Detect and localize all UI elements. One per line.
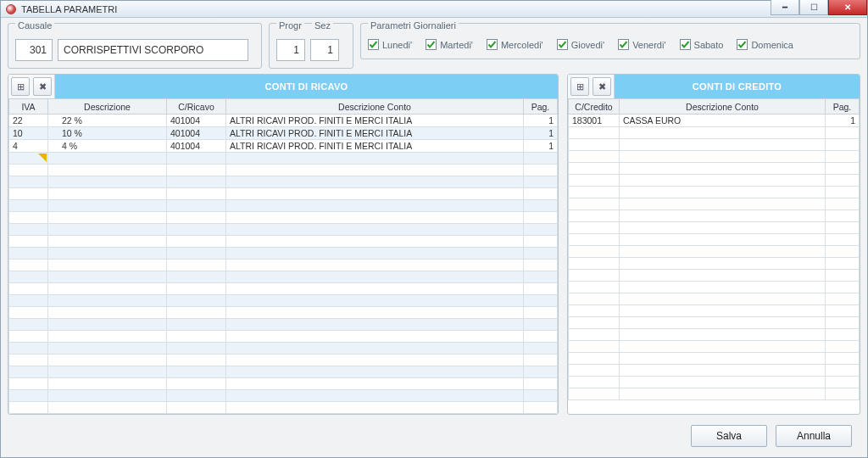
table-row[interactable] bbox=[569, 187, 860, 198]
day-label: Mercoledi' bbox=[501, 40, 543, 50]
table-row[interactable] bbox=[569, 270, 860, 282]
table-row[interactable] bbox=[9, 319, 558, 331]
day-checkbox-1[interactable]: Martedi' bbox=[426, 39, 473, 50]
causale-group: Causale bbox=[8, 23, 262, 69]
day-checkbox-3[interactable]: Giovedi' bbox=[557, 39, 604, 50]
credito-head: ⊞ ✖ CONTI DI CREDITO bbox=[568, 75, 860, 98]
day-label: Domenica bbox=[751, 40, 793, 50]
day-label: Lunedi' bbox=[382, 40, 412, 50]
table-row[interactable] bbox=[9, 236, 558, 248]
titlebar: TABELLA PARAMETRI ━ ☐ ✕ bbox=[1, 1, 867, 18]
credito-delete-button[interactable]: ✖ bbox=[593, 77, 611, 96]
table-row[interactable] bbox=[569, 388, 860, 400]
table-row[interactable] bbox=[9, 402, 558, 414]
ricavo-new-button[interactable]: ⊞ bbox=[11, 77, 30, 96]
col-ccredito[interactable]: C/Credito bbox=[569, 99, 620, 114]
table-row[interactable] bbox=[569, 127, 860, 139]
table-row[interactable] bbox=[9, 188, 558, 200]
col-dconto2[interactable]: Descrizione Conto bbox=[620, 99, 826, 114]
ricavo-delete-button[interactable]: ✖ bbox=[33, 77, 52, 96]
causale-code-input[interactable] bbox=[15, 39, 53, 61]
col-pag[interactable]: Pag. bbox=[524, 99, 558, 114]
table-row[interactable] bbox=[9, 366, 558, 378]
table-row[interactable] bbox=[9, 224, 558, 236]
table-row[interactable] bbox=[569, 234, 860, 246]
ricavo-tools: ⊞ ✖ bbox=[8, 75, 55, 98]
close-button[interactable]: ✕ bbox=[828, 0, 867, 15]
table-row[interactable] bbox=[569, 210, 860, 222]
col-cricavo[interactable]: C/Ricavo bbox=[167, 99, 226, 114]
table-row[interactable] bbox=[569, 353, 860, 365]
table-row[interactable] bbox=[9, 248, 558, 260]
table-row[interactable] bbox=[569, 282, 860, 293]
credito-new-button[interactable]: ⊞ bbox=[570, 77, 589, 96]
col-iva[interactable]: IVA bbox=[9, 99, 48, 114]
table-row[interactable] bbox=[569, 365, 860, 377]
day-label: Martedi' bbox=[440, 40, 473, 50]
table-row[interactable]: 44 %401004ALTRI RICAVI PROD. FINITI E ME… bbox=[9, 140, 558, 153]
table-row[interactable]: 2222 %401004ALTRI RICAVI PROD. FINITI E … bbox=[9, 114, 558, 127]
minimize-button[interactable]: ━ bbox=[771, 0, 799, 15]
col-desc[interactable]: Descrizione bbox=[48, 99, 167, 114]
table-row[interactable] bbox=[9, 212, 558, 224]
table-row[interactable] bbox=[569, 198, 860, 210]
sez-label: Sez bbox=[312, 21, 333, 31]
panels: ⊞ ✖ CONTI DI RICAVO IVA Descrizione bbox=[8, 74, 860, 415]
col-dconto[interactable]: Descrizione Conto bbox=[226, 99, 524, 114]
ricavo-table: IVA Descrizione C/Ricavo Descrizione Con… bbox=[8, 98, 558, 414]
credito-grid[interactable]: C/Credito Descrizione Conto Pag. 183001C… bbox=[568, 98, 860, 414]
delete-icon: ✖ bbox=[598, 81, 606, 92]
cancel-button[interactable]: Annulla bbox=[776, 425, 852, 447]
edit-row[interactable] bbox=[9, 153, 558, 165]
day-checkbox-0[interactable]: Lunedi' bbox=[368, 39, 412, 50]
table-row[interactable] bbox=[569, 317, 860, 329]
day-checkbox-6[interactable]: Domenica bbox=[737, 39, 793, 50]
daily-label: Parametri Giornalieri bbox=[368, 21, 459, 31]
col-pag2[interactable]: Pag. bbox=[826, 99, 860, 114]
table-row[interactable] bbox=[9, 283, 558, 295]
ricavo-head: ⊞ ✖ CONTI DI RICAVO bbox=[8, 75, 558, 98]
table-row[interactable] bbox=[569, 139, 860, 151]
table-row[interactable] bbox=[9, 355, 558, 366]
table-row[interactable] bbox=[9, 307, 558, 319]
delete-icon: ✖ bbox=[39, 81, 47, 92]
app-window: TABELLA PARAMETRI ━ ☐ ✕ Causale Progr Se… bbox=[0, 0, 868, 458]
footer: Salva Annulla bbox=[8, 420, 860, 452]
maximize-button[interactable]: ☐ bbox=[799, 0, 828, 15]
day-checkbox-5[interactable]: Sabato bbox=[680, 39, 724, 50]
table-row[interactable] bbox=[9, 271, 558, 283]
table-row[interactable] bbox=[569, 151, 860, 163]
table-row[interactable] bbox=[569, 377, 860, 388]
table-row[interactable] bbox=[569, 341, 860, 353]
table-row[interactable] bbox=[9, 331, 558, 343]
day-checkbox-2[interactable]: Mercoledi' bbox=[487, 39, 543, 50]
table-row[interactable] bbox=[569, 305, 860, 317]
table-row[interactable] bbox=[569, 163, 860, 175]
table-row[interactable] bbox=[9, 378, 558, 390]
table-row[interactable] bbox=[9, 200, 558, 212]
table-row[interactable] bbox=[569, 329, 860, 341]
table-row[interactable] bbox=[9, 260, 558, 271]
table-row[interactable] bbox=[9, 165, 558, 176]
ricavo-title: CONTI DI RICAVO bbox=[55, 75, 558, 98]
save-button[interactable]: Salva bbox=[691, 425, 767, 447]
table-row[interactable] bbox=[569, 246, 860, 258]
table-row[interactable] bbox=[9, 390, 558, 402]
progr-input[interactable] bbox=[276, 39, 305, 61]
causale-label: Causale bbox=[15, 21, 54, 31]
table-row[interactable]: 183001CASSA EURO1 bbox=[569, 114, 860, 127]
causale-desc-input[interactable] bbox=[58, 39, 248, 61]
table-row[interactable] bbox=[9, 176, 558, 188]
table-row[interactable] bbox=[569, 222, 860, 234]
sez-input[interactable] bbox=[310, 39, 339, 61]
top-fields: Causale Progr Sez Parametri Giornalieri … bbox=[8, 23, 860, 69]
table-row[interactable] bbox=[569, 175, 860, 187]
table-row[interactable] bbox=[569, 258, 860, 270]
table-row[interactable] bbox=[569, 293, 860, 305]
table-row[interactable] bbox=[9, 295, 558, 307]
window-controls: ━ ☐ ✕ bbox=[771, 0, 867, 15]
day-checkbox-4[interactable]: Venerdi' bbox=[618, 39, 665, 50]
table-row[interactable]: 1010 %401004ALTRI RICAVI PROD. FINITI E … bbox=[9, 127, 558, 140]
table-row[interactable] bbox=[9, 343, 558, 355]
ricavo-grid[interactable]: IVA Descrizione C/Ricavo Descrizione Con… bbox=[8, 98, 558, 414]
